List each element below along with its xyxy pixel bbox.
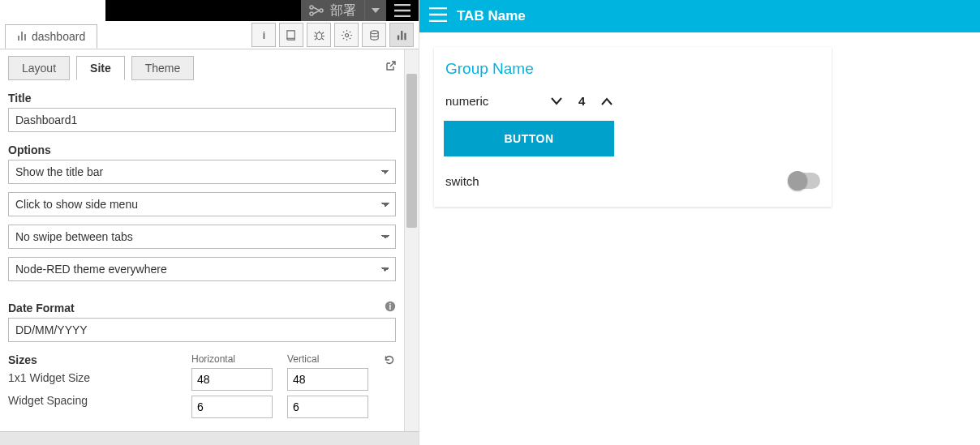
deploy-menu-caret[interactable] — [364, 0, 386, 21]
dashboard-body: Group Name numeric 4 BUTTON switch — [419, 32, 980, 445]
title-input[interactable] — [8, 108, 396, 132]
bar-chart-icon — [396, 29, 408, 41]
editor-footer — [0, 431, 419, 445]
sidebar-dashboard-button[interactable] — [389, 23, 414, 47]
numeric-value: 4 — [578, 94, 585, 108]
title-label: Title — [8, 92, 396, 105]
widget-size-v-input[interactable] — [287, 368, 368, 391]
svg-text:i: i — [389, 302, 392, 311]
scrollbar[interactable] — [404, 49, 419, 431]
logo-area — [0, 0, 105, 21]
main-menu-button[interactable] — [386, 0, 419, 21]
sizes-reset-button[interactable] — [383, 353, 396, 423]
undo-icon — [383, 353, 396, 366]
chevron-up-icon — [601, 97, 612, 105]
svg-point-2 — [320, 9, 323, 12]
sizes-label: Sizes — [8, 353, 175, 366]
svg-point-0 — [310, 6, 313, 9]
numeric-label: numeric — [445, 94, 535, 108]
flow-tab-dashboard[interactable]: dashboard — [5, 24, 97, 49]
hamburger-icon — [394, 4, 410, 17]
option-titlebar-select[interactable]: Show the title bar — [8, 160, 396, 184]
external-link-icon — [385, 61, 396, 72]
caret-down-icon — [372, 8, 380, 13]
options-label: Options — [8, 143, 396, 156]
svg-text:i: i — [262, 30, 264, 41]
widget-spacing-label: Widget Spacing — [8, 389, 175, 412]
widget-spacing-h-input[interactable] — [191, 396, 273, 418]
dateformat-input[interactable] — [8, 318, 396, 342]
flow-tab-label: dashboard — [32, 30, 85, 43]
book-icon — [286, 29, 298, 41]
numeric-increment[interactable] — [600, 97, 614, 105]
database-icon — [368, 29, 380, 41]
dashboard-tab-title: TAB Name — [457, 8, 526, 24]
chevron-down-icon — [551, 97, 562, 105]
tab-theme[interactable]: Theme — [131, 56, 195, 80]
option-sidemenu-select[interactable]: Click to show side menu — [8, 192, 396, 216]
hamburger-icon — [429, 7, 447, 22]
tab-site[interactable]: Site — [76, 56, 125, 80]
dashboard-menu-button[interactable] — [429, 7, 447, 26]
svg-point-1 — [310, 12, 313, 15]
widget-size-h-input[interactable] — [191, 368, 273, 391]
numeric-widget: numeric 4 — [444, 89, 822, 121]
dateformat-label: Date Format i — [8, 301, 396, 314]
dashboard-group-card: Group Name numeric 4 BUTTON switch — [434, 47, 832, 207]
switch-label: switch — [445, 174, 789, 188]
deploy-button[interactable]: 部署 — [301, 0, 364, 21]
info-icon: i — [258, 29, 270, 41]
open-dashboard-link[interactable] — [385, 61, 396, 75]
sidebar-help-button[interactable] — [279, 23, 303, 47]
svg-point-6 — [370, 31, 377, 34]
widget-spacing-v-input[interactable] — [287, 396, 368, 418]
option-theme-select[interactable]: Node-RED theme everywhere — [8, 257, 396, 281]
tab-layout[interactable]: Layout — [8, 56, 70, 80]
widget-size-label: 1x1 Widget Size — [8, 366, 175, 389]
sidebar-info-button[interactable]: i — [251, 23, 276, 47]
flow-tabs-bar: dashboard i — [0, 21, 419, 49]
svg-point-4 — [316, 32, 322, 39]
gear-icon — [341, 29, 353, 41]
sidebar-context-button[interactable] — [362, 23, 386, 47]
horizontal-label: Horizontal — [191, 353, 273, 365]
info-icon[interactable]: i — [385, 301, 396, 314]
sidebar-debug-button[interactable] — [307, 23, 331, 47]
sidebar-config-button[interactable] — [334, 23, 359, 47]
option-swipe-select[interactable]: No swipe between tabs — [8, 225, 396, 249]
numeric-decrement[interactable] — [549, 97, 564, 105]
group-title: Group Name — [444, 58, 822, 89]
deploy-label: 部署 — [330, 2, 356, 19]
config-subtabs: Layout Site Theme — [8, 56, 396, 80]
svg-point-5 — [345, 33, 348, 36]
bar-chart-icon — [17, 31, 27, 43]
dashboard-header: TAB Name — [419, 0, 980, 32]
dashboard-config-panel: Layout Site Theme Title Options Show the… — [0, 49, 404, 431]
switch-widget: switch — [444, 156, 822, 192]
editor-topbar: 部署 — [0, 0, 419, 21]
deploy-icon — [309, 5, 324, 16]
scrollbar-thumb[interactable] — [406, 74, 417, 228]
vertical-label: Vertical — [287, 353, 368, 365]
switch-toggle[interactable] — [789, 173, 820, 189]
bug-icon — [313, 29, 325, 41]
dashboard-button[interactable]: BUTTON — [444, 121, 614, 156]
